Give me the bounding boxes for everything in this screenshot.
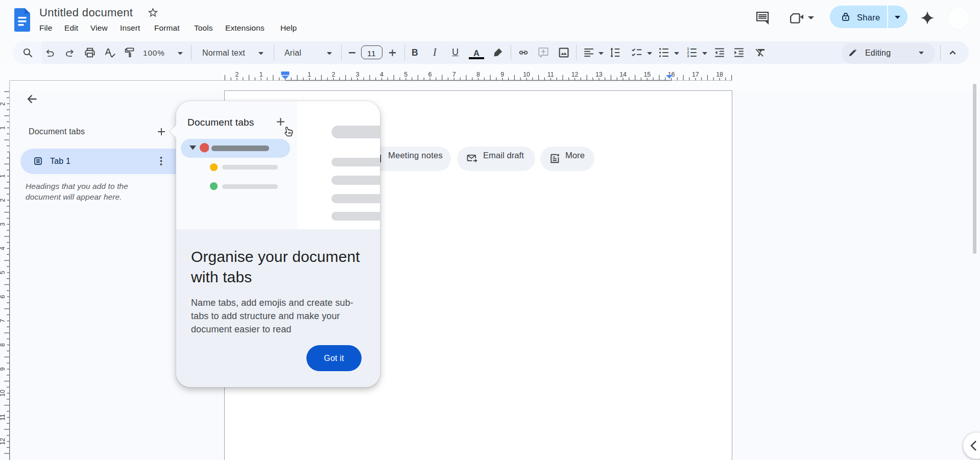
svg-text:11: 11 [547,71,554,78]
svg-text:12: 12 [571,71,579,78]
svg-text:10: 10 [523,71,530,78]
svg-text:18: 18 [716,71,723,78]
svg-text:6: 6 [428,71,432,78]
svg-text:1: 1 [0,174,6,178]
svg-text:14: 14 [619,71,627,78]
svg-text:4: 4 [0,247,6,250]
svg-text:13: 13 [595,71,603,78]
svg-text:10: 10 [0,390,6,397]
svg-text:3: 3 [0,223,6,226]
svg-text:6: 6 [0,295,6,299]
svg-text:7: 7 [452,71,456,78]
svg-text:2: 2 [0,199,6,202]
svg-text:2: 2 [0,102,6,106]
svg-text:2: 2 [235,71,238,78]
svg-text:7: 7 [0,319,6,323]
svg-text:3: 3 [356,71,360,78]
svg-text:9: 9 [500,71,504,78]
svg-text:8: 8 [0,343,6,347]
svg-text:11: 11 [0,414,6,421]
svg-text:17: 17 [692,71,699,78]
svg-text:1: 1 [0,126,6,130]
svg-text:15: 15 [643,71,651,78]
svg-text:4: 4 [380,71,384,78]
svg-text:8: 8 [476,71,480,78]
svg-text:5: 5 [0,271,6,274]
svg-text:12: 12 [0,438,6,445]
svg-text:5: 5 [404,71,408,78]
svg-text:2: 2 [332,71,336,78]
svg-text:1: 1 [259,71,263,78]
svg-text:1: 1 [307,71,311,78]
svg-text:9: 9 [0,367,6,371]
